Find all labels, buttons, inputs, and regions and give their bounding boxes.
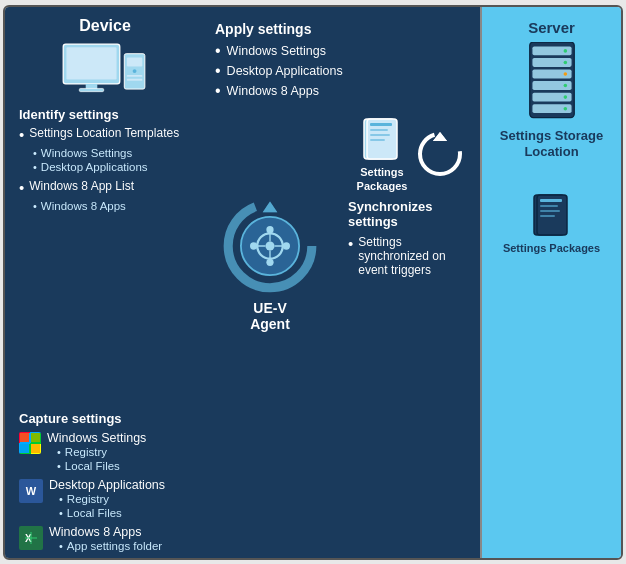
sync-list: Settings synchronized on event triggers bbox=[348, 235, 472, 277]
word-icon: W bbox=[19, 479, 43, 503]
identify-item-2: Windows 8 App List bbox=[19, 179, 190, 197]
capture-win8-label: Windows 8 Apps bbox=[49, 525, 162, 539]
svg-rect-25 bbox=[370, 123, 392, 126]
agent-sync-icon bbox=[215, 196, 325, 296]
identify-sub-1: Windows Settings bbox=[33, 147, 190, 159]
packages-row: SettingsPackages bbox=[348, 115, 472, 194]
svg-rect-27 bbox=[370, 134, 390, 136]
svg-rect-34 bbox=[20, 444, 29, 453]
apply-item-1: Windows Settings bbox=[215, 43, 470, 59]
identify-section: Identify settings Settings Location Temp… bbox=[5, 107, 200, 411]
svg-point-52 bbox=[563, 106, 567, 110]
svg-rect-5 bbox=[127, 57, 142, 66]
sync-title: Synchronizes settings bbox=[348, 199, 472, 229]
identify-sub-3: Windows 8 Apps bbox=[33, 200, 190, 212]
identify-item-1: Settings Location Templates bbox=[19, 126, 190, 144]
identify-list: Settings Location Templates bbox=[19, 126, 190, 144]
svg-rect-56 bbox=[540, 205, 558, 207]
apply-item-3: Windows 8 Apps bbox=[215, 83, 470, 99]
svg-rect-3 bbox=[79, 88, 103, 91]
apply-item-2: Desktop Applications bbox=[215, 63, 470, 79]
identify-sublist-1: Windows Settings Desktop Applications bbox=[19, 147, 190, 173]
windows-icon bbox=[19, 432, 41, 454]
svg-point-16 bbox=[266, 258, 273, 265]
svg-rect-32 bbox=[20, 433, 29, 442]
sync-arrow-icon bbox=[417, 131, 463, 177]
sync-packages-section: SettingsPackages Synchronizes settings S… bbox=[340, 107, 480, 411]
main-container: Device Apply settings bbox=[3, 5, 623, 560]
device-section: Device bbox=[5, 7, 205, 107]
apply-title: Apply settings bbox=[215, 21, 470, 37]
excel-icon: X bbox=[19, 526, 43, 550]
middle-section: Identify settings Settings Location Temp… bbox=[5, 107, 480, 411]
svg-point-15 bbox=[266, 226, 273, 233]
settings-pkg-right: Settings Packages bbox=[503, 191, 600, 255]
right-panel: Server Settings StorageLocation bbox=[480, 7, 621, 558]
svg-point-14 bbox=[265, 241, 274, 250]
capture-windows-sub-1: Registry bbox=[57, 446, 146, 458]
capture-item-windows: Windows Settings Registry Local Files bbox=[19, 431, 190, 474]
settings-pkg-left: SettingsPackages bbox=[357, 115, 408, 194]
svg-rect-26 bbox=[370, 129, 388, 131]
svg-point-18 bbox=[283, 242, 290, 249]
svg-rect-33 bbox=[31, 433, 40, 442]
svg-point-47 bbox=[563, 49, 567, 53]
capture-item-win8: X Windows 8 Apps App settings folder bbox=[19, 525, 190, 554]
svg-rect-57 bbox=[540, 210, 560, 212]
pkg-label-left: SettingsPackages bbox=[357, 165, 408, 194]
svg-marker-31 bbox=[433, 132, 447, 141]
svg-rect-35 bbox=[31, 444, 40, 453]
agent-center: UE-VAgent bbox=[200, 107, 340, 411]
svg-rect-58 bbox=[540, 215, 555, 217]
svg-rect-7 bbox=[127, 74, 142, 76]
server-label: Server bbox=[528, 19, 575, 36]
pkg-icon-left bbox=[362, 115, 402, 165]
identify-sub-2: Desktop Applications bbox=[33, 161, 190, 173]
svg-rect-28 bbox=[370, 139, 385, 141]
svg-point-51 bbox=[563, 95, 567, 99]
apply-section: Apply settings Windows Settings Desktop … bbox=[205, 7, 480, 107]
computer-icon bbox=[60, 39, 150, 107]
storage-label: Settings StorageLocation bbox=[500, 128, 603, 162]
bottom-row: Capture settings Windows Settings bbox=[5, 411, 480, 558]
capture-item-desktop: W Desktop Applications Registry Local Fi… bbox=[19, 478, 190, 521]
svg-rect-55 bbox=[540, 199, 562, 202]
capture-title: Capture settings bbox=[19, 411, 190, 426]
device-label: Device bbox=[79, 17, 131, 35]
svg-point-48 bbox=[563, 60, 567, 64]
capture-section: Capture settings Windows Settings bbox=[5, 411, 200, 558]
identify-title: Identify settings bbox=[19, 107, 190, 122]
capture-desktop-sub-1: Registry bbox=[59, 493, 165, 505]
pkg-label-right: Settings Packages bbox=[503, 241, 600, 255]
agent-label: UE-VAgent bbox=[250, 300, 290, 332]
svg-point-6 bbox=[133, 69, 137, 73]
top-section: Device Apply settings bbox=[5, 7, 480, 107]
svg-point-17 bbox=[250, 242, 257, 249]
svg-rect-1 bbox=[66, 47, 116, 79]
left-panel: Device Apply settings bbox=[5, 7, 480, 558]
capture-windows-sub-2: Local Files bbox=[57, 460, 146, 472]
identify-list-2: Windows 8 App List bbox=[19, 179, 190, 197]
server-rack-icon bbox=[522, 42, 582, 122]
capture-desktop-label: Desktop Applications bbox=[49, 478, 165, 492]
pkg-icon-right bbox=[532, 191, 572, 241]
apply-list: Windows Settings Desktop Applications Wi… bbox=[215, 43, 470, 99]
capture-desktop-sub-2: Local Files bbox=[59, 507, 165, 519]
identify-sublist-2: Windows 8 Apps bbox=[19, 200, 190, 212]
svg-rect-8 bbox=[127, 78, 142, 80]
sync-item-1: Settings synchronized on event triggers bbox=[348, 235, 472, 277]
capture-win8-sub-1: App settings folder bbox=[59, 540, 162, 552]
svg-point-49 bbox=[563, 72, 567, 76]
svg-point-50 bbox=[563, 83, 567, 87]
svg-marker-11 bbox=[263, 201, 278, 212]
capture-windows-label: Windows Settings bbox=[47, 431, 146, 445]
